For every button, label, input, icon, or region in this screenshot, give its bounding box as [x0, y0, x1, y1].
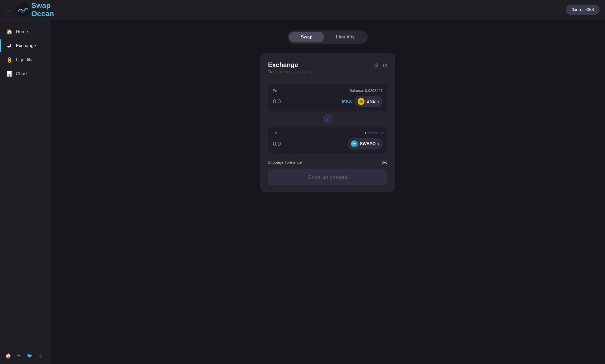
exchange-card: Exchange Trade tokens in an instant ⚙ ↺ …: [260, 53, 395, 192]
home-icon: 🏠: [6, 29, 12, 35]
logo-wave-icon: [16, 3, 30, 17]
footer-telegram-icon[interactable]: ✈: [17, 353, 21, 359]
slippage-label: Slippage Tolerance: [268, 160, 302, 165]
to-token-controls: SWAPO ▾: [348, 138, 383, 149]
menu-icon[interactable]: [5, 9, 11, 11]
from-token-row: 0.0 MAX BNB ▾: [273, 96, 383, 107]
sidebar-item-home[interactable]: 🏠 Home: [0, 25, 50, 38]
tab-switcher: Swap Liquidity: [288, 30, 367, 44]
layout: 🏠 Home ⇄ Exchange 🔒 Liquidity 📊 Chart 🏠 …: [0, 20, 605, 364]
card-title: Exchange: [268, 61, 311, 69]
from-token-controls: MAX BNB ▾: [342, 96, 383, 107]
sidebar-item-chart[interactable]: 📊 Chart: [0, 67, 50, 80]
from-box-header: From Balance: 0.0293427: [273, 88, 383, 93]
sidebar: 🏠 Home ⇄ Exchange 🔒 Liquidity 📊 Chart 🏠 …: [0, 20, 50, 364]
tab-liquidity[interactable]: Liquidity: [324, 32, 366, 42]
footer-twitter-icon[interactable]: 🐦: [27, 353, 33, 359]
swapo-logo-icon: [351, 140, 358, 147]
sidebar-nav: 🏠 Home ⇄ Exchange 🔒 Liquidity 📊 Chart: [0, 25, 50, 80]
to-token-chevron: ▾: [378, 142, 379, 146]
from-label: From: [273, 88, 282, 93]
from-token-box: From Balance: 0.0293427 0.0 MAX: [268, 84, 387, 111]
card-actions: ⚙ ↺: [374, 62, 387, 69]
to-token-select[interactable]: SWAPO ▾: [348, 138, 383, 149]
footer-home-icon[interactable]: 🏠: [5, 353, 11, 359]
settings-icon[interactable]: ⚙: [374, 62, 379, 69]
card-title-section: Exchange Trade tokens in an instant: [268, 61, 311, 74]
liquidity-icon: 🔒: [6, 57, 12, 63]
to-token-box: To Balance: 0 0.0: [268, 127, 387, 154]
main-content: Swap Liquidity Exchange Trade tokens in …: [50, 20, 605, 364]
to-box-header: To Balance: 0: [273, 131, 383, 135]
sidebar-item-exchange-label: Exchange: [16, 43, 36, 48]
to-token-name: SWAPO: [360, 141, 376, 146]
from-token-chevron: ▾: [378, 100, 379, 104]
bnb-logo-icon: [358, 98, 365, 105]
from-token-select[interactable]: BNB ▾: [354, 96, 383, 107]
swap-arrow-container: ↓: [268, 114, 387, 124]
slippage-value: 3%: [382, 160, 387, 165]
sidebar-item-chart-label: Chart: [16, 71, 27, 77]
sidebar-item-home-label: Home: [16, 29, 28, 34]
from-balance: Balance: 0.0293427: [349, 88, 383, 93]
footer-github-icon[interactable]: ◇: [38, 353, 42, 359]
exchange-icon: ⇄: [6, 43, 12, 49]
sidebar-item-liquidity-label: Liquidity: [16, 57, 32, 63]
header-left: Swap Ocean: [5, 2, 54, 18]
sidebar-item-exchange[interactable]: ⇄ Exchange: [0, 39, 50, 52]
from-amount: 0.0: [273, 98, 281, 105]
sidebar-footer: 🏠 ✈ 🐦 ◇: [0, 353, 50, 359]
svg-point-0: [16, 3, 30, 17]
to-balance: Balance: 0: [365, 131, 383, 135]
swap-direction-button[interactable]: ↓: [323, 114, 333, 124]
card-divider: [268, 79, 387, 79]
history-icon[interactable]: ↺: [383, 62, 387, 69]
logo-text: Swap Ocean: [31, 2, 54, 18]
slippage-row: Slippage Tolerance 3%: [268, 156, 387, 167]
card-subtitle: Trade tokens in an instant: [268, 70, 311, 74]
to-token-row: 0.0 SWAPO ▾: [273, 138, 383, 149]
to-amount: 0.0: [273, 140, 281, 147]
from-token-name: BNB: [366, 99, 376, 104]
chart-icon: 📊: [6, 71, 12, 77]
enter-amount-button[interactable]: Enter an amount: [268, 169, 387, 185]
logo: Swap Ocean: [16, 2, 54, 18]
header: Swap Ocean 0xdb...e058: [0, 0, 605, 20]
sidebar-item-liquidity[interactable]: 🔒 Liquidity: [0, 53, 50, 66]
wallet-address-button[interactable]: 0xdb...e058: [566, 5, 600, 15]
max-button[interactable]: MAX: [342, 99, 352, 104]
to-label: To: [273, 131, 277, 135]
tab-swap[interactable]: Swap: [289, 32, 324, 42]
card-header: Exchange Trade tokens in an instant ⚙ ↺: [268, 61, 387, 74]
